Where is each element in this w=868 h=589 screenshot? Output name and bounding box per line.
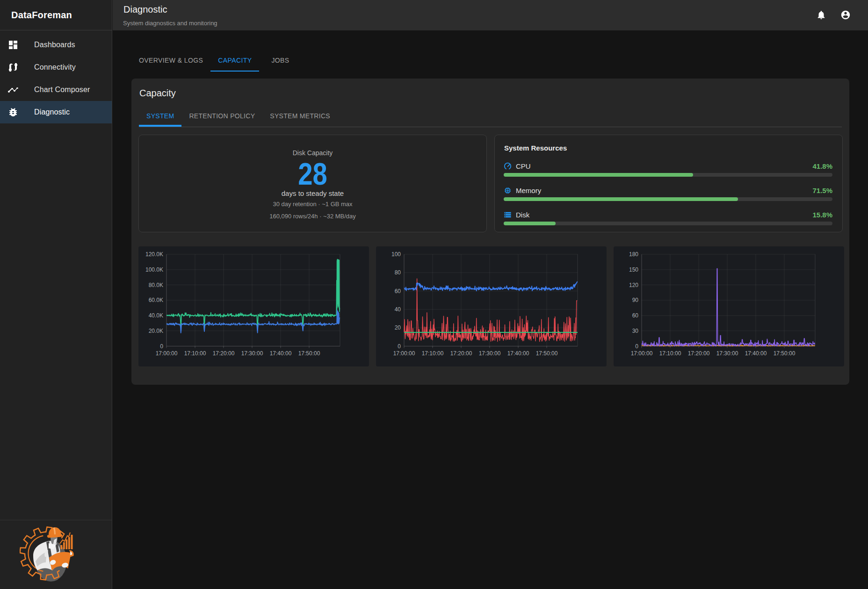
svg-text:17:40:00: 17:40:00 [745,350,767,357]
svg-text:0: 0 [160,343,163,350]
svg-text:17:30:00: 17:30:00 [716,350,738,357]
svg-text:17:40:00: 17:40:00 [507,350,529,357]
svg-text:100.0K: 100.0K [145,266,163,273]
svg-text:40.0K: 40.0K [149,312,163,319]
svg-text:17:00:00: 17:00:00 [393,350,415,357]
svg-text:0: 0 [398,343,401,350]
svg-text:60: 60 [632,312,639,319]
svg-text:180: 180 [629,251,638,258]
svg-text:17:20:00: 17:20:00 [688,350,710,357]
svg-text:80: 80 [395,269,401,276]
svg-text:17:10:00: 17:10:00 [184,350,206,357]
svg-text:17:20:00: 17:20:00 [213,350,235,357]
svg-text:17:50:00: 17:50:00 [774,350,796,357]
svg-text:17:00:00: 17:00:00 [631,350,653,357]
svg-text:80.0K: 80.0K [149,282,163,288]
svg-text:60: 60 [395,288,401,294]
svg-text:20.0K: 20.0K [149,328,163,334]
svg-text:17:30:00: 17:30:00 [479,350,501,357]
svg-text:17:10:00: 17:10:00 [422,350,444,357]
svg-text:60.0K: 60.0K [149,297,163,303]
svg-text:120.0K: 120.0K [145,251,163,258]
svg-text:150: 150 [629,266,638,273]
svg-text:17:50:00: 17:50:00 [536,350,558,357]
svg-text:17:50:00: 17:50:00 [298,350,320,357]
svg-text:0: 0 [635,343,638,350]
svg-text:17:10:00: 17:10:00 [659,350,681,357]
svg-text:20: 20 [395,324,401,331]
svg-text:120: 120 [629,282,638,288]
svg-text:100: 100 [391,251,401,258]
svg-text:30: 30 [632,328,639,334]
svg-text:17:30:00: 17:30:00 [241,350,263,357]
svg-text:90: 90 [632,297,639,303]
svg-text:17:20:00: 17:20:00 [450,350,472,357]
svg-text:17:00:00: 17:00:00 [156,350,178,357]
svg-text:17:40:00: 17:40:00 [270,350,292,357]
svg-text:40: 40 [395,306,401,313]
